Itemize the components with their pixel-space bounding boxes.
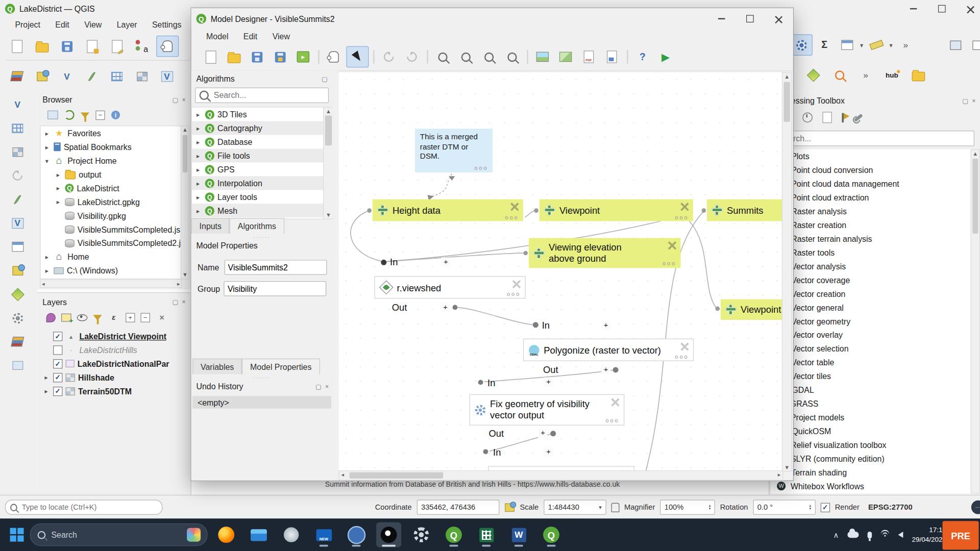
expand-arrow-icon[interactable]: ▸ [194,138,202,145]
taskbar-clock[interactable]: 17:16 29/04/2024 [912,525,946,544]
messages-icon[interactable]: ··· [971,500,980,514]
resize-handle-icon[interactable]: ooo [474,165,488,172]
toolbox-group[interactable]: Raster tools [771,245,972,259]
locator-bar[interactable] [5,500,163,515]
scroll-left-icon[interactable]: ◂ [42,281,45,287]
history[interactable] [802,112,813,122]
taskbar-firefox[interactable] [214,522,239,547]
scroll-up-icon[interactable]: ▲ [971,151,979,157]
qgis-hub[interactable] [881,65,903,85]
measure-tool[interactable] [866,35,887,55]
undo-history-empty-row[interactable]: <empty> [192,396,331,408]
sep[interactable] [424,47,430,67]
scroll-up-icon[interactable]: ▲ [782,73,791,80]
expand-arrow-icon[interactable]: ▾ [43,157,51,164]
expand-arrow-icon[interactable]: ▸ [43,130,51,136]
save-project[interactable] [56,36,78,56]
export-as-svg[interactable] [601,47,623,67]
float-panel-icon[interactable]: ▢ [322,76,328,82]
toolbox-group[interactable]: Whitebox Workflows [771,479,972,493]
model-group-input[interactable] [224,281,327,296]
osm-place-search[interactable] [829,65,850,85]
expand-arrow-icon[interactable]: ▸ [194,111,202,117]
toolbox-group[interactable]: Relief visualization toolbox [771,438,972,452]
web-services[interactable] [8,285,28,304]
float-panel-icon[interactable]: ▢ [315,383,322,390]
browser-tree-item[interactable]: Visibility.gpkg [41,209,182,222]
add-port-button[interactable]: + [601,365,610,374]
layer-visibility-checkbox[interactable] [53,345,62,355]
taskbar-app[interactable] [279,522,304,547]
scroll-right-icon[interactable]: ▸ [177,281,180,287]
scroll-left-icon[interactable]: ◂ [341,471,345,478]
export-as-pdf[interactable] [578,47,600,67]
maximize-button[interactable] [736,8,764,30]
shape-digitizing[interactable] [8,142,28,161]
add-mesh-layer[interactable] [106,66,128,86]
taskbar-qgis[interactable] [441,522,466,547]
scroll-down-icon[interactable]: ▼ [181,272,189,278]
menu-item[interactable]: Model [200,30,235,43]
results-viewer[interactable] [822,112,831,123]
filter-legend[interactable] [93,315,102,320]
expand-arrow-icon[interactable]: ▸ [194,180,202,186]
save-model-in-project[interactable] [292,47,314,67]
dropdown-arrow-icon[interactable]: ▾ [599,504,602,510]
filter-browser[interactable] [81,112,89,118]
tray-chevron-icon[interactable] [833,530,839,539]
expand-arrow-icon[interactable]: ▸ [194,207,202,214]
pan-map[interactable] [156,36,179,57]
node-r-viewshed[interactable]: r.viewshed ooo [374,276,525,298]
toolbox-group[interactable]: Terrain shading [771,465,972,479]
taskbar-sheets[interactable] [474,522,499,547]
sep[interactable] [315,47,321,67]
layer-item[interactable]: ▸ Terrain50DTM [40,384,188,398]
toolbox-group[interactable]: Vector analysis [771,259,972,273]
redo[interactable] [401,47,423,67]
resize-handle-icon[interactable]: ooo [507,291,521,297]
taskbar-obs[interactable] [376,522,401,547]
open-attribute-table[interactable] [836,35,857,55]
new-print-layout[interactable] [81,36,103,56]
plugin-overflow[interactable] [855,65,876,85]
locator-input[interactable] [20,502,158,512]
delete-node-icon[interactable] [680,202,689,211]
taskbar-tv[interactable] [311,522,336,547]
resize-handle-icon[interactable]: ooo [675,214,689,220]
algorithm-group[interactable]: ▸ Mesh [192,204,324,217]
layer-item[interactable]: LakeDistrictHills [40,343,188,357]
node-viewing-elevation[interactable]: Viewing elevation above ground ooo [529,238,681,268]
expand-arrow-icon[interactable]: ▸ [43,267,51,273]
expand-arrow-icon[interactable]: ▸ [42,374,50,381]
save-model-as[interactable] [270,47,291,67]
delete-node-icon[interactable] [668,240,677,249]
processing-history[interactable] [8,309,28,328]
node-height-data[interactable]: Height data ooo [373,199,523,221]
add-spatialite-layer[interactable] [81,66,103,86]
menu-item[interactable]: Edit [237,30,264,43]
scroll-up-icon[interactable]: ▲ [181,127,189,133]
dock-tab[interactable]: Algorithms [230,218,284,234]
scroll-down-icon[interactable]: ▼ [782,464,791,470]
algorithm-group[interactable]: ▸ GPS [192,162,324,176]
browser-tree-item[interactable]: ▾ Project Home [41,154,182,167]
menu-item[interactable]: Project [9,18,46,31]
run-model[interactable] [655,47,676,67]
expand-all[interactable] [126,313,135,322]
close-button[interactable] [765,8,793,30]
model-comment-box[interactable]: This is a merged raster DTM or DSM. ooo [415,129,493,172]
zoom-out[interactable] [455,47,476,67]
toolbox-group[interactable]: Vector overlay [771,328,972,342]
add-port-button[interactable]: + [544,378,553,387]
statistics-panel[interactable] [814,35,835,55]
node-summits[interactable]: Summits [707,199,783,221]
delete-node-icon[interactable] [512,279,521,288]
toolbox-group[interactable]: Vector creation [771,287,972,300]
toolbox-search[interactable] [773,131,974,146]
layer-visibility-checkbox[interactable] [53,359,62,368]
select-tool[interactable] [346,46,369,68]
zoom-actual[interactable] [478,47,500,67]
taskbar-search[interactable]: Search [30,523,208,546]
expand-arrow-icon[interactable]: ▸ [42,388,50,394]
restore-button[interactable] [927,0,956,17]
